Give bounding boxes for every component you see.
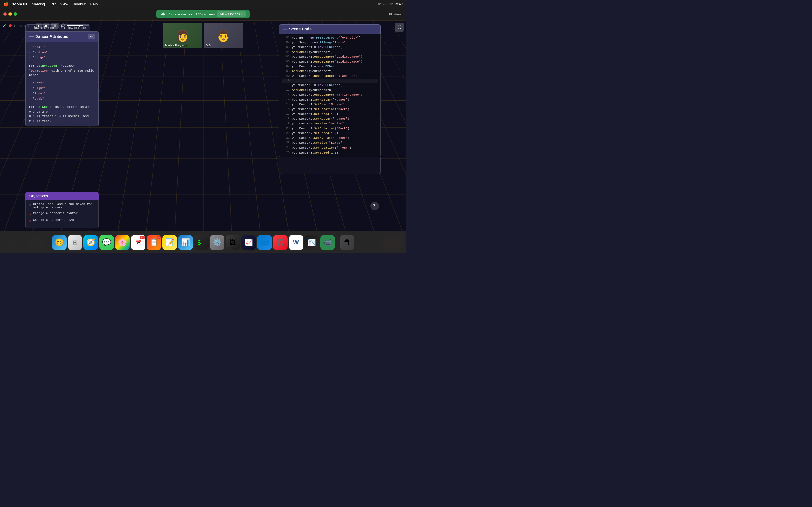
dock-item-notes[interactable]: 📝: [162, 235, 177, 250]
code-line-16: 16 yourDancer1.SetRotation("Back"): [282, 107, 378, 112]
scene-code-body[interactable]: 01 yourBG = new FFBackground("OvunCity")…: [279, 34, 380, 157]
zoom-window: ☁️ You are viewing D.S's screen View Opt…: [0, 8, 406, 253]
dock-item-music[interactable]: 🎵: [273, 235, 288, 250]
code-line-11: 11 yourDancer3 = new FFDancer(): [282, 83, 378, 88]
code-line-19: 19 yourDancer2.SetSize("Medium"): [282, 121, 378, 126]
fullscreen-button[interactable]: ⛶: [395, 22, 404, 32]
close-button[interactable]: [3, 12, 7, 16]
star-outline-icon: ☆: [29, 203, 31, 207]
menubar: 🍎 zoom.us Meeting Edit View Window Help …: [0, 0, 406, 8]
refresh-button[interactable]: ↻: [370, 202, 379, 210]
dock-item-zoom[interactable]: 📹: [320, 235, 335, 250]
view-options-button[interactable]: View Options ▾: [217, 11, 245, 17]
volume-slider[interactable]: [67, 25, 89, 26]
viewing-notice: ☁️ You are viewing D.S's screen View Opt…: [156, 10, 250, 18]
objectives-panel: Objectives ☆ Create, add, and queue move…: [26, 192, 99, 228]
menu-meeting[interactable]: Meeting: [32, 2, 45, 6]
code-line-15: 15 yourDancer1.SetSize("Medium"): [282, 102, 378, 107]
dock-item-keynote[interactable]: 📊: [178, 235, 193, 250]
menu-help[interactable]: Help: [90, 2, 98, 6]
menubar-right: Tue 22 Feb 15:49: [376, 2, 403, 6]
code-line-2: 02 yourSong = new FFSong("Frozy"): [282, 40, 378, 45]
dock-item-preview[interactable]: 🖼: [225, 235, 240, 250]
minus-icon-2: —: [29, 34, 34, 39]
playback-bar: ⏸ 🔊: [51, 22, 89, 29]
objective-item-1: ☆ Create, add, and queue moves for multi…: [29, 203, 95, 209]
code-line-17: 17 yourDancer1.SetSpeed(1.0): [282, 112, 378, 117]
app-name[interactable]: zoom.us: [12, 2, 28, 6]
scene-code-header: — Scene Code: [279, 24, 380, 34]
code-line-4: 04 AddDancer(yourDancer1): [282, 50, 378, 55]
code-line-5: 05 yourDancer1.QueueDance("SlidingDance"…: [282, 55, 378, 59]
star-filled-icon-2: ★: [29, 218, 31, 223]
participant-name-1: Marisa Paryasto: [165, 44, 187, 47]
reminders-badge: 5: [157, 236, 160, 239]
code-line-18: 18 yourDancer2.SetAvatar("Runner"): [282, 117, 378, 121]
objective-item-2: ★ Change a dancer's avatar: [29, 212, 95, 216]
dock: 😊 ⊞ 🧭 💬 🌸 📅 22 📋 5 📝 📊 $_: [0, 231, 406, 253]
zoom-topbar: ☁️ You are viewing D.S's screen View Opt…: [0, 8, 406, 20]
dock-item-vscode[interactable]: ⌨: [257, 235, 272, 250]
scene-code-panel: — Scene Code 01 yourBG = new FFBackgroun…: [279, 24, 380, 174]
minimize-button[interactable]: [8, 12, 12, 16]
dock-item-word[interactable]: W: [289, 235, 303, 250]
dock-item-messages[interactable]: 💬: [99, 235, 114, 250]
recording-bar: ✓ Recording... ⏸ ⏹: [2, 22, 49, 29]
code-line-13: 13 yourDancer3.QueueDance("WarriorDance"…: [282, 93, 378, 98]
code-line-21: 21 yourDancer2.SetSpeed(1.0): [282, 131, 378, 136]
dock-item-calendar[interactable]: 📅 22: [131, 235, 146, 250]
dock-item-terminal[interactable]: $_: [194, 235, 209, 250]
code-line-23: 23 yourDancer3.SetSize("Large"): [282, 140, 378, 145]
video-thumb-ds: 👨 D.S: [204, 23, 243, 48]
dock-item-system-prefs[interactable]: ⚙️: [210, 235, 224, 250]
pause-recording-btn[interactable]: ⏸: [36, 23, 42, 28]
code-line-8: 08 AddDancer(yourDancer2): [282, 69, 378, 74]
panel-body: — Dancer Attributes ↩ - "Small" - "Mediu…: [26, 31, 99, 126]
pause-play-btn[interactable]: ⏸: [51, 22, 59, 29]
calendar-badge: 22: [140, 236, 145, 239]
participant-name-2: D.S: [206, 44, 211, 47]
recording-label: Recording...: [14, 24, 34, 28]
menu-window[interactable]: Window: [72, 2, 86, 6]
dock-item-trash[interactable]: 🗑: [340, 235, 354, 250]
scene-code-input[interactable]: [279, 157, 380, 174]
size-list: - "Small" - "Medium" - "Large": [29, 45, 95, 60]
recording-controls[interactable]: ⏸ ⏹: [36, 23, 49, 28]
panel-content[interactable]: - "Small" - "Medium" - "Large" For SetRo…: [26, 42, 98, 126]
dock-item-activity-monitor[interactable]: 📉: [305, 235, 319, 250]
menu-view[interactable]: View: [60, 2, 68, 6]
left-panel: – How to Dance + How to Code — Dancer At…: [26, 24, 99, 126]
recording-dot: [9, 24, 11, 27]
menu-items: Meeting Edit View Window Help: [32, 2, 98, 6]
dock-item-stocks[interactable]: 📈: [241, 235, 256, 250]
code-line-14: 14 yourDancer1.SetAvatar("Runner"): [282, 98, 378, 102]
panel-title: — Dancer Attributes: [29, 34, 68, 39]
back-button[interactable]: ↩: [88, 34, 95, 40]
menu-edit[interactable]: Edit: [49, 2, 56, 6]
code-line-3: 03 yourDancer1 = new FFDancer(): [282, 45, 378, 50]
code-line-12: 12 AddDancer(yourDancer3): [282, 88, 378, 93]
code-line-20: 20 yourDancer2.SetRotation("Back"): [282, 126, 378, 131]
code-line-24: 24 yourDancer3.SetRotation("Front"): [282, 146, 378, 151]
code-line-7: 07 yourDancer2 = new FFDancer(): [282, 64, 378, 69]
dock-item-finder[interactable]: 😊: [52, 235, 66, 250]
stop-recording-btn[interactable]: ⏹: [43, 23, 49, 28]
viewing-message: You are viewing D.S's screen: [167, 12, 215, 16]
minus-icon-3: —: [283, 27, 287, 31]
dock-item-reminders[interactable]: 📋 5: [147, 235, 161, 250]
objectives-header: Objectives: [26, 192, 99, 200]
dock-item-launchpad[interactable]: ⊞: [68, 235, 82, 250]
code-line-6: 06 yourDancer1.QueueDance("SlidingDance"…: [282, 59, 378, 64]
objectives-body: ☆ Create, add, and queue moves for multi…: [26, 200, 99, 228]
dock-item-photos[interactable]: 🌸: [115, 235, 130, 250]
apple-menu-icon[interactable]: 🍎: [3, 1, 9, 7]
video-thumb-marisa: 👩 Marisa Paryasto: [163, 23, 202, 48]
view-label: ⊞ View: [389, 12, 402, 16]
traffic-lights: [3, 12, 17, 16]
maximize-button[interactable]: [13, 12, 17, 16]
zoom-content: 👩 Marisa Paryasto 👨 D.S ✓ Recording... ⏸: [0, 20, 406, 231]
dock-item-safari[interactable]: 🧭: [84, 235, 98, 250]
menubar-time: Tue 22 Feb 15:49: [376, 2, 403, 6]
code-line-10: 10: [282, 78, 378, 83]
code-line-9: 09 yourDancer2.QueueDance("HulaDance"): [282, 74, 378, 78]
